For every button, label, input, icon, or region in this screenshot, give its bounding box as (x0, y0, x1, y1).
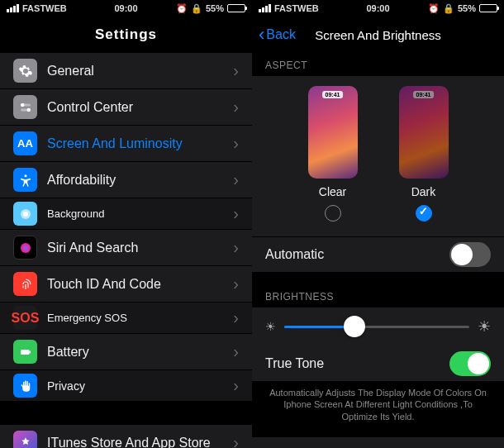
chevron-right-icon: › (233, 308, 239, 327)
rotation-lock-icon: 🔒 (443, 3, 454, 14)
battery-pct: 55% (458, 3, 476, 13)
carrier-label: FASTWEB (274, 3, 319, 13)
page-title: Settings (95, 26, 157, 43)
row-control-center[interactable]: Control Center › (0, 89, 252, 126)
row-automatic: Automatic (252, 236, 504, 273)
appstore-icon (13, 431, 37, 448)
chevron-right-icon: › (233, 433, 239, 448)
row-label: Affordability (47, 173, 233, 188)
row-label: General (47, 64, 233, 79)
row-label: Touch ID And Code (47, 277, 233, 292)
sun-small-icon: ☀︎ (265, 320, 276, 333)
chevron-right-icon: › (233, 98, 239, 117)
row-nightshift[interactable]: Night Shift 22:00 - 08:00 › (252, 437, 504, 448)
chevron-right-icon: › (233, 342, 239, 361)
row-itunes[interactable]: ITunes Store And App Store › (0, 425, 252, 448)
status-bar: FASTWEB 09:00 ⏰ 🔒 55% (252, 0, 504, 17)
siri-icon (13, 236, 37, 260)
status-time: 09:00 (114, 3, 137, 13)
svg-rect-8 (21, 350, 30, 355)
brightness-slider[interactable] (284, 326, 469, 328)
truetone-switch[interactable] (449, 351, 491, 376)
battery-pct: 55% (206, 3, 224, 13)
gear-icon (13, 59, 37, 83)
status-bar: FASTWEB 09:00 ⏰ 🔒 55% (0, 0, 252, 17)
svg-rect-1 (21, 103, 31, 106)
row-label: Siri And Search (47, 241, 233, 255)
svg-rect-3 (21, 108, 31, 111)
row-screen-luminosity[interactable]: AA Screen And Luminosity › (0, 126, 252, 162)
row-privacy[interactable]: Privacy › (0, 370, 252, 402)
truetone-label: True Tone (265, 356, 449, 371)
row-label: Battery (47, 345, 233, 360)
appearance-clear-label: Clear (319, 185, 346, 198)
status-time: 09:00 (366, 3, 389, 13)
radio-unchecked[interactable] (325, 205, 341, 222)
back-label: Back (266, 27, 296, 42)
row-sos[interactable]: SOS Emergency SOS › (0, 303, 252, 334)
carrier-label: FASTWEB (22, 3, 67, 13)
automatic-switch[interactable] (449, 242, 491, 267)
sun-large-icon: ☀︎ (478, 317, 491, 336)
appearance-dark[interactable]: 09:41 Dark (399, 86, 449, 222)
svg-point-7 (21, 243, 31, 253)
chevron-right-icon: › (233, 170, 239, 189)
row-label: Privacy (47, 379, 233, 393)
chevron-right-icon: › (233, 274, 239, 293)
preview-dark: 09:41 (399, 86, 449, 179)
chevron-left-icon: ‹ (259, 24, 264, 45)
aspect-header: ASPECT (252, 53, 504, 76)
signal-icon (7, 4, 19, 12)
battery-row-icon (13, 340, 37, 364)
row-touchid[interactable]: Touch ID And Code › (0, 266, 252, 303)
nav-bar: ‹ Back Screen And Brightness (252, 17, 504, 53)
svg-point-6 (23, 212, 28, 217)
automatic-label: Automatic (265, 247, 449, 262)
row-label: Emergency SOS (47, 312, 233, 324)
brightness-pane: FASTWEB 09:00 ⏰ 🔒 55% ‹ Back Screen And … (252, 0, 504, 448)
back-button[interactable]: ‹ Back (259, 24, 296, 45)
row-label: Control Center (47, 100, 233, 115)
appearance-clear[interactable]: 09:41 Clear (308, 86, 358, 222)
brightness-header: BRIGHTNESS (252, 284, 504, 307)
brightness-slider-row: ☀︎ ☀︎ (252, 307, 504, 346)
row-label: ITunes Store And App Store (47, 436, 233, 449)
svg-point-4 (24, 174, 26, 177)
row-truetone: True Tone (252, 346, 504, 382)
settings-pane: FASTWEB 09:00 ⏰ 🔒 55% Settings General ›… (0, 0, 252, 448)
fingerprint-icon (13, 272, 37, 296)
hand-icon (13, 374, 37, 398)
alarm-icon: ⏰ (176, 3, 188, 14)
sos-icon: SOS (13, 306, 37, 330)
chevron-right-icon: › (233, 134, 239, 153)
page-title: Screen And Brightness (315, 28, 441, 42)
row-general[interactable]: General › (0, 53, 252, 89)
row-label: Background (47, 207, 233, 220)
radio-checked[interactable] (416, 205, 432, 222)
brightness-icon: AA (13, 131, 37, 155)
chevron-right-icon: › (233, 376, 239, 395)
accessibility-icon (13, 168, 37, 192)
signal-icon (259, 4, 271, 12)
battery-icon (479, 4, 497, 12)
alarm-icon: ⏰ (428, 3, 440, 14)
switches-icon (13, 95, 37, 119)
appearance-dark-label: Dark (411, 185, 436, 198)
nav-bar: Settings (0, 17, 252, 53)
row-siri[interactable]: Siri And Search › (0, 230, 252, 266)
preview-light: 09:41 (308, 86, 358, 179)
row-affordability[interactable]: Affordability › (0, 162, 252, 198)
appearance-picker: 09:41 Clear 09:41 Dark (252, 76, 504, 236)
slider-thumb[interactable] (344, 316, 365, 337)
row-label: Screen And Luminosity (47, 136, 233, 151)
truetone-note: Automatically Adjusts The Display Mode O… (252, 382, 504, 431)
row-background[interactable]: Background › (0, 198, 252, 230)
chevron-right-icon: › (233, 61, 239, 80)
row-battery[interactable]: Battery › (0, 334, 252, 370)
chevron-right-icon: › (233, 238, 239, 257)
battery-icon (227, 4, 245, 12)
chevron-right-icon: › (233, 204, 239, 223)
wallpaper-icon (13, 202, 37, 226)
svg-rect-9 (29, 350, 31, 353)
rotation-lock-icon: 🔒 (191, 3, 202, 14)
